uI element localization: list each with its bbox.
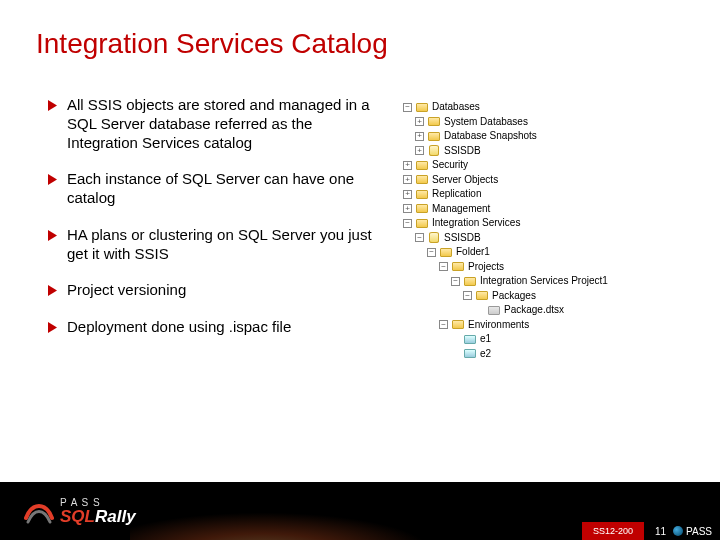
tree-node-ssisdb[interactable]: + SSISDB: [391, 144, 608, 159]
tree-node-environments[interactable]: − Environments: [391, 318, 608, 333]
brand-logo: P A S S SQLRally: [0, 496, 136, 526]
tree-node-projects[interactable]: − Projects: [391, 260, 608, 275]
tree-label: System Databases: [443, 115, 528, 130]
environment-icon: [463, 348, 476, 359]
tree-label: e1: [479, 332, 491, 347]
object-explorer-tree: − Databases + System Databases + Databas…: [391, 100, 608, 361]
expand-icon[interactable]: +: [415, 132, 424, 141]
tree-label: e2: [479, 347, 491, 362]
logo-rally-text: Rally: [95, 507, 136, 526]
globe-icon: [673, 526, 683, 536]
bullet-arrow-icon: [48, 285, 57, 296]
folder-icon: [451, 319, 464, 330]
bullet-arrow-icon: [48, 174, 57, 185]
tree-label: Packages: [491, 289, 536, 304]
tree-label: Integration Services Project1: [479, 274, 608, 289]
package-icon: [487, 305, 500, 316]
bullet-text: Each instance of SQL Server can have one…: [67, 170, 373, 208]
collapse-icon[interactable]: −: [439, 320, 448, 329]
database-icon: [427, 232, 440, 243]
svg-marker-1: [48, 174, 57, 185]
bullet-item: Deployment done using .ispac file: [48, 318, 373, 337]
slide: Integration Services Catalog All SSIS ob…: [0, 0, 720, 540]
svg-marker-0: [48, 100, 57, 111]
folder-icon: [415, 160, 428, 171]
swoosh-icon: [24, 496, 54, 526]
bullet-text: All SSIS objects are stored and managed …: [67, 96, 373, 152]
tree-node-env-e1[interactable]: e1: [391, 332, 608, 347]
tree-label: SSISDB: [443, 231, 481, 246]
page-number: 11: [655, 526, 666, 537]
tree-node-integration-services[interactable]: − Integration Services: [391, 216, 608, 231]
bullet-arrow-icon: [48, 230, 57, 241]
collapse-icon[interactable]: −: [463, 291, 472, 300]
tree-node-system-databases[interactable]: + System Databases: [391, 115, 608, 130]
collapse-icon[interactable]: −: [403, 103, 412, 112]
tree-node-packages[interactable]: − Packages: [391, 289, 608, 304]
logo-sql-text: SQL: [60, 507, 95, 526]
bullet-list: All SSIS objects are stored and managed …: [48, 96, 373, 361]
expand-icon[interactable]: +: [403, 161, 412, 170]
tree-node-package-dtsx[interactable]: Package.dtsx: [391, 303, 608, 318]
tree-label: Integration Services: [431, 216, 520, 231]
bullet-item: All SSIS objects are stored and managed …: [48, 96, 373, 152]
tree-label: Package.dtsx: [503, 303, 564, 318]
spacer: [475, 306, 484, 315]
footer-pass-logo: PASS: [673, 522, 712, 540]
project-icon: [463, 276, 476, 287]
bullet-text: HA plans or clustering on SQL Server you…: [67, 226, 373, 264]
svg-marker-3: [48, 285, 57, 296]
bullet-item: Project versioning: [48, 281, 373, 300]
folder-icon: [415, 102, 428, 113]
slide-title: Integration Services Catalog: [0, 0, 720, 60]
tree-label: Database Snapshots: [443, 129, 537, 144]
folder-icon: [427, 131, 440, 142]
tree-node-folder1[interactable]: − Folder1: [391, 245, 608, 260]
tree-label: Replication: [431, 187, 481, 202]
tree-label: Folder1: [455, 245, 490, 260]
bullet-text: Project versioning: [67, 281, 186, 300]
folder-icon: [415, 218, 428, 229]
folder-icon: [439, 247, 452, 258]
tree-node-env-e2[interactable]: e2: [391, 347, 608, 362]
collapse-icon[interactable]: −: [403, 219, 412, 228]
svg-marker-4: [48, 322, 57, 333]
tree-node-replication[interactable]: + Replication: [391, 187, 608, 202]
bullet-text: Deployment done using .ispac file: [67, 318, 291, 337]
tree-label: Security: [431, 158, 468, 173]
collapse-icon[interactable]: −: [415, 233, 424, 242]
tree-label: Projects: [467, 260, 504, 275]
folder-icon: [451, 261, 464, 272]
bullet-item: Each instance of SQL Server can have one…: [48, 170, 373, 208]
expand-icon[interactable]: +: [403, 204, 412, 213]
tree-node-databases[interactable]: − Databases: [391, 100, 608, 115]
tree-label: Server Objects: [431, 173, 498, 188]
collapse-icon[interactable]: −: [451, 277, 460, 286]
database-icon: [427, 145, 440, 156]
folder-icon: [415, 189, 428, 200]
bullet-item: HA plans or clustering on SQL Server you…: [48, 226, 373, 264]
collapse-icon[interactable]: −: [427, 248, 436, 257]
spacer: [451, 335, 460, 344]
expand-icon[interactable]: +: [403, 190, 412, 199]
tree-label: SSISDB: [443, 144, 481, 159]
session-code-badge: SS12-200: [582, 522, 644, 540]
light-trail-decoration: [130, 482, 460, 540]
footer-bar: P A S S SQLRally SS12-200 11 PASS: [0, 482, 720, 540]
content-area: All SSIS objects are stored and managed …: [0, 60, 720, 361]
tree-node-db-snapshots[interactable]: + Database Snapshots: [391, 129, 608, 144]
tree-node-security[interactable]: + Security: [391, 158, 608, 173]
tree-node-management[interactable]: + Management: [391, 202, 608, 217]
tree-node-project1[interactable]: − Integration Services Project1: [391, 274, 608, 289]
folder-icon: [415, 203, 428, 214]
folder-icon: [427, 116, 440, 127]
tree-node-server-objects[interactable]: + Server Objects: [391, 173, 608, 188]
bullet-arrow-icon: [48, 322, 57, 333]
expand-icon[interactable]: +: [415, 146, 424, 155]
expand-icon[interactable]: +: [415, 117, 424, 126]
expand-icon[interactable]: +: [403, 175, 412, 184]
footer-pass-text: PASS: [686, 526, 712, 537]
collapse-icon[interactable]: −: [439, 262, 448, 271]
folder-icon: [415, 174, 428, 185]
tree-node-catalog-ssisdb[interactable]: − SSISDB: [391, 231, 608, 246]
